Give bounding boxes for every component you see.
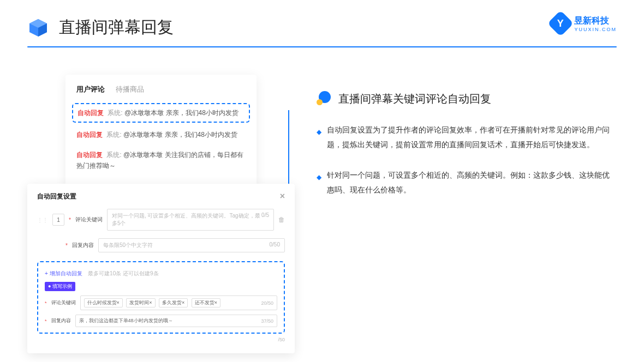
settings-card: 自动回复设置 × ⋮⋮ 1 * 评论关键词 对同一个问题, 可设置多个相近、高频… bbox=[27, 184, 295, 353]
brand-logo: Y 昱新科技 YUUXIN.COM bbox=[551, 14, 617, 33]
section-title-row: 直播间弹幕关键词评论自动回复 bbox=[317, 91, 617, 106]
outer-count: /50 bbox=[37, 337, 285, 342]
tag[interactable]: 多久发货× bbox=[159, 298, 188, 307]
bullet-text: 针对同一个问题，可设置多个相近的、高频的关键词。例如：这款多少钱、这块能优惠吗、… bbox=[327, 168, 617, 197]
section-title: 直播间弹幕关键词评论自动回复 bbox=[338, 92, 491, 106]
settings-title-row: 自动回复设置 × bbox=[37, 191, 285, 201]
example-content-row: * 回复内容 亲，我们这边都是下单48小时内发货的哦～ 37/50 bbox=[45, 315, 277, 327]
required-mark: * bbox=[65, 243, 68, 249]
comment-row: 自动回复 系统: @冰墩墩本墩 关注我们的店铺，每日都有热门推荐呦～ bbox=[76, 145, 246, 176]
content-input[interactable]: 每条限50个中文字符 0/50 bbox=[98, 238, 285, 252]
add-autoreply-link[interactable]: + 增加自动回复 bbox=[45, 270, 82, 276]
trash-icon[interactable]: 🗑 bbox=[278, 216, 285, 224]
comment-row: 自动回复 系统: @冰墩墩本墩 亲亲，我们48小时内发货 bbox=[76, 125, 246, 144]
tag-container: 什么时候发货× 发货时间× 多久发货× 还不发货× bbox=[84, 298, 223, 307]
index-box: 1 bbox=[52, 214, 64, 226]
tab-products[interactable]: 待播商品 bbox=[116, 85, 144, 94]
example-block: + 增加自动回复 最多可建10条 还可以创建9条 ● 填写示例 * 评论关键词 … bbox=[37, 261, 285, 334]
tab-comments[interactable]: 用户评论 bbox=[76, 85, 105, 94]
brand-sub: YUUXIN.COM bbox=[574, 27, 617, 32]
screenshot-area: 用户评论 待播商品 自动回复 系统: @冰墩墩本墩 亲亲，我们48小时内发货 自… bbox=[27, 75, 284, 331]
page-title: 直播间弹幕回复 bbox=[59, 16, 174, 39]
tag[interactable]: 发货时间× bbox=[126, 298, 155, 307]
comments-card: 用户评论 待播商品 自动回复 系统: @冰墩墩本墩 亲亲，我们48小时内发货 自… bbox=[65, 75, 257, 186]
content-row: * 回复内容 每条限50个中文字符 0/50 bbox=[37, 238, 285, 252]
add-hint: 最多可建10条 还可以创建9条 bbox=[88, 270, 158, 276]
settings-title: 自动回复设置 bbox=[37, 192, 76, 201]
tag[interactable]: 什么时候发货× bbox=[84, 298, 123, 307]
auto-badge: 自动回复 bbox=[76, 131, 103, 138]
sys-label: 系统: bbox=[108, 109, 122, 117]
keyword-input[interactable]: 对同一个问题, 可设置多个相近、高频的关键词。Tag确定，最多5个 0/5 bbox=[107, 209, 274, 231]
header-rule bbox=[27, 46, 617, 47]
tabbar: 用户评论 待播商品 bbox=[76, 85, 246, 101]
close-icon[interactable]: × bbox=[280, 191, 285, 201]
content-label: 回复内容 bbox=[72, 242, 94, 249]
header: 直播间弹幕回复 bbox=[27, 16, 617, 39]
keyword-row: ⋮⋮ 1 * 评论关键词 对同一个问题, 可设置多个相近、高频的关键词。Tag确… bbox=[37, 209, 285, 231]
bullet-item: ◆ 自动回复设置为了提升作者的评论回复效率，作者可在开播前针对常见的评论用户问题… bbox=[317, 123, 617, 152]
example-pill: ● 填写示例 bbox=[45, 282, 75, 291]
example-keyword-row: * 评论关键词 什么时候发货× 发货时间× 多久发货× 还不发货× 20/50 bbox=[45, 295, 277, 310]
comment-text: @冰墩墩本墩 亲亲，我们48小时内发货 bbox=[123, 131, 237, 138]
brand-name: 昱新科技 bbox=[574, 15, 617, 27]
required-mark: * bbox=[69, 217, 71, 223]
auto-badge: 自动回复 bbox=[77, 109, 104, 117]
content-count: 0/50 bbox=[270, 242, 280, 249]
bullet-item: ◆ 针对同一个问题，可设置多个相近的、高频的关键词。例如：这款多少钱、这块能优惠… bbox=[317, 168, 617, 197]
diamond-icon: ◆ bbox=[317, 126, 321, 152]
keyword-count: 0/5 bbox=[261, 212, 269, 227]
tag[interactable]: 还不发货× bbox=[192, 298, 220, 307]
example-content-input[interactable]: 亲，我们这边都是下单48小时内发货的哦～ 37/50 bbox=[75, 315, 277, 327]
brand-mark: Y bbox=[547, 10, 574, 37]
comment-row: 自动回复 系统: @冰墩墩本墩 亲亲，我们48小时内发货 bbox=[77, 107, 245, 118]
comment-highlight: 自动回复 系统: @冰墩墩本墩 亲亲，我们48小时内发货 bbox=[72, 103, 250, 123]
sys-label: 系统: bbox=[106, 151, 121, 159]
keyword-label: 评论关键词 bbox=[75, 216, 103, 224]
auto-badge: 自动回复 bbox=[76, 151, 103, 159]
sys-label: 系统: bbox=[106, 131, 121, 138]
bullet-text: 自动回复设置为了提升作者的评论回复效率，作者可在开播前针对常见的评论用户问题，提… bbox=[327, 123, 617, 152]
example-keyword-input[interactable]: 什么时候发货× 发货时间× 多久发货× 还不发货× 20/50 bbox=[80, 295, 277, 310]
description-area: 直播间弹幕关键词评论自动回复 ◆ 自动回复设置为了提升作者的评论回复效率，作者可… bbox=[317, 75, 617, 331]
diamond-icon: ◆ bbox=[317, 171, 321, 197]
dot-icon bbox=[317, 91, 332, 106]
comment-text: @冰墩墩本墩 亲亲，我们48小时内发货 bbox=[124, 109, 238, 117]
cube-icon bbox=[27, 17, 49, 39]
